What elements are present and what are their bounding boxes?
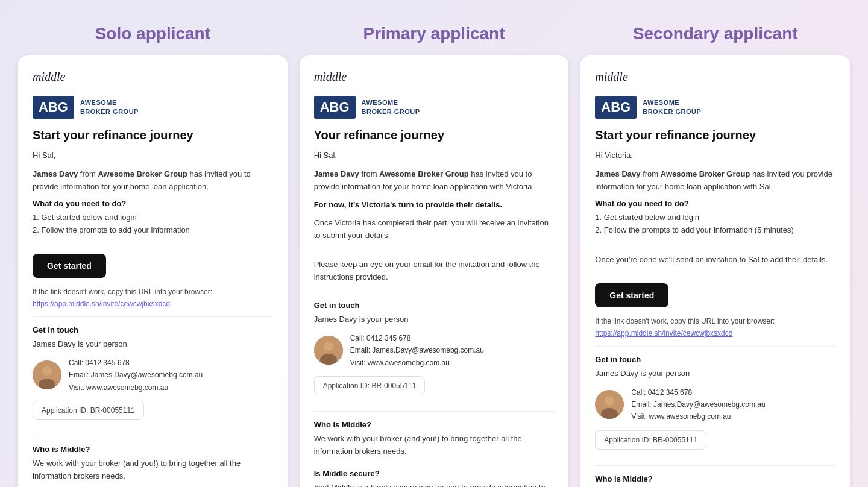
solo-who-text: We work with your broker (and you!) to b… — [33, 457, 273, 483]
solo-steps: 1. Get started below and login2. Follow … — [33, 212, 273, 237]
secondary-abg-logo: ABG AWESOMEBROKER GROUP — [595, 96, 835, 119]
primary-intro: James Davy from Awesome Broker Group has… — [314, 168, 555, 193]
svg-point-1 — [42, 366, 52, 376]
primary-abg-box: ABG — [314, 96, 356, 119]
secondary-greeting: Hi Victoria, — [595, 149, 835, 162]
solo-what-title: What do you need to do? — [33, 199, 273, 208]
svg-point-7 — [605, 396, 614, 406]
secondary-get-started-button[interactable]: Get started — [595, 283, 668, 307]
secondary-who-title: Who is Middle? — [595, 474, 835, 483]
solo-column-title: Solo applicant — [95, 24, 210, 43]
secondary-column-title: Secondary applicant — [633, 24, 798, 43]
primary-column: Primary applicant middle ABG AWESOMEBROK… — [300, 24, 569, 487]
primary-bold-text: For now, it's Victoria's turn to provide… — [314, 199, 555, 211]
svg-point-4 — [324, 342, 333, 351]
primary-get-in-touch-title: Get in touch — [314, 301, 555, 310]
secondary-contact-person: James Davy is your person — [595, 368, 835, 380]
secondary-avatar — [595, 390, 624, 419]
solo-get-started-button[interactable]: Get started — [33, 254, 106, 278]
solo-card: middle ABG AWESOMEBROKER GROUP Start you… — [18, 55, 288, 487]
secondary-app-id: Application ID: BR-00055111 — [595, 430, 706, 450]
solo-app-id: Application ID: BR-00055111 — [33, 401, 144, 420]
solo-intro: James Davy from Awesome Broker Group has… — [33, 168, 273, 193]
solo-url-link[interactable]: https://app.middle.sh/invite/cewcwjbxsxd… — [33, 300, 273, 308]
solo-contact-person: James Davy is your person — [33, 338, 273, 351]
primary-is-secure-text: Yes! Middle is a highly secure way for y… — [314, 482, 555, 487]
secondary-steps: 1. Get started below and login2. Follow … — [595, 212, 835, 237]
primary-contact-person: James Davy is your person — [314, 313, 555, 326]
solo-get-in-touch-title: Get in touch — [33, 325, 273, 335]
solo-column: Solo applicant middle ABG AWESOMEBROKER … — [18, 24, 288, 487]
secondary-intro: James Davy from Awesome Broker Group has… — [595, 168, 835, 193]
secondary-email-title: Start your refinance journey — [595, 128, 835, 142]
solo-avatar — [33, 360, 61, 389]
solo-middle-logo: middle — [33, 70, 273, 84]
primary-body1: Once Victoria has completed their part, … — [314, 217, 555, 242]
primary-app-id: Application ID: BR-00055111 — [314, 376, 426, 395]
primary-middle-logo: middle — [314, 70, 555, 84]
solo-abg-box: ABG — [33, 96, 74, 119]
secondary-abg-box: ABG — [595, 96, 637, 119]
primary-body2: Please keep an eye on your email for the… — [314, 259, 555, 284]
secondary-get-in-touch-title: Get in touch — [595, 355, 835, 364]
secondary-contact-row: Call: 0412 345 678 Email: James.Davy@awe… — [595, 386, 835, 423]
solo-url-note: If the link doesn't work, copy this URL … — [33, 286, 273, 297]
solo-contact-row: Call: 0412 345 678 Email: James.Davy@awe… — [33, 357, 273, 394]
solo-contact-info: Call: 0412 345 678 Email: James.Davy@awe… — [69, 357, 203, 394]
secondary-what-title: What do you need to do? — [595, 199, 835, 208]
solo-greeting: Hi Sal, — [33, 149, 273, 162]
primary-greeting: Hi Sal, — [314, 149, 555, 162]
secondary-url-link[interactable]: https://app.middle.sh/invite/cewcwjbxsxd… — [595, 329, 835, 338]
solo-email-title: Start your refinance journey — [33, 128, 273, 142]
primary-contact-row: Call: 0412 345 678 Email: James.Davy@awe… — [314, 332, 555, 369]
solo-abg-logo: ABG AWESOMEBROKER GROUP — [33, 96, 273, 119]
primary-abg-text: AWESOMEBROKER GROUP — [362, 98, 420, 117]
page-layout: Solo applicant middle ABG AWESOMEBROKER … — [18, 24, 850, 487]
secondary-abg-text: AWESOMEBROKER GROUP — [643, 98, 701, 117]
primary-contact-info: Call: 0412 345 678 Email: James.Davy@awe… — [350, 332, 484, 369]
secondary-url-note: If the link doesn't work, copy this URL … — [595, 316, 835, 327]
primary-card: middle ABG AWESOMEBROKER GROUP Your refi… — [300, 55, 569, 487]
secondary-card: middle ABG AWESOMEBROKER GROUP Start you… — [580, 55, 850, 487]
solo-who-title: Who is Middle? — [33, 445, 273, 454]
primary-column-title: Primary applicant — [363, 24, 505, 43]
primary-email-title: Your refinance journey — [314, 128, 555, 142]
secondary-column: Secondary applicant middle ABG AWESOMEBR… — [580, 24, 850, 487]
primary-who-text: We work with your broker (and you!) to b… — [314, 433, 555, 458]
secondary-contact-info: Call: 0412 345 678 Email: James.Davy@awe… — [631, 386, 765, 423]
solo-abg-text: AWESOMEBROKER GROUP — [80, 98, 139, 117]
primary-who-title: Who is Middle? — [314, 420, 555, 429]
primary-avatar — [314, 336, 343, 365]
secondary-done-text: Once you're done we'll send an invitatio… — [595, 254, 835, 266]
primary-abg-logo: ABG AWESOMEBROKER GROUP — [314, 96, 555, 119]
secondary-middle-logo: middle — [595, 70, 835, 84]
primary-is-secure-title: Is Middle secure? — [314, 469, 555, 478]
